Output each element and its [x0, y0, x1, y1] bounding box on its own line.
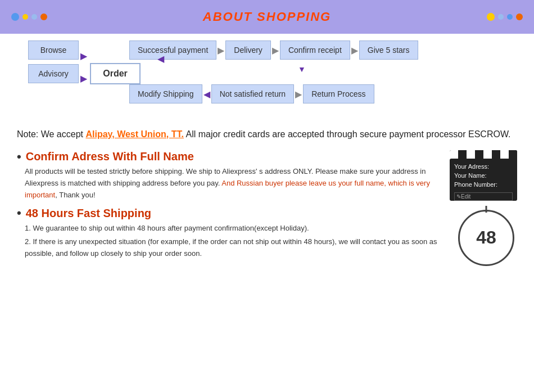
dot-8 — [516, 13, 523, 20]
header-dots-left — [11, 13, 47, 21]
note-payment-methods: Alipay, West Union, TT. — [85, 129, 184, 139]
clock-number: 48 — [476, 227, 496, 248]
flow-box-return: Return Process — [303, 84, 374, 103]
arrow-order-up: ◀ — [157, 53, 164, 64]
section2-point2: 2. If there is any unexpected situation … — [25, 236, 444, 260]
flow-box-browse: Browse — [28, 40, 79, 60]
flow-box-payment: Successful payment — [129, 40, 216, 60]
clapper-body: Your Adress: Your Name: Phone Number: ✎E… — [450, 159, 517, 201]
clapper-line-3: Phone Number: — [454, 181, 513, 188]
flow-box-stars: Give 5 stars — [359, 40, 418, 60]
clock-circle: 48 — [458, 210, 514, 266]
section2-text: • 48 Hours Fast Shipping 1. We guarantee… — [17, 207, 444, 260]
dot-6 — [498, 14, 504, 20]
flow-box-confirm: Confirm receipt — [280, 40, 350, 60]
section1-text: • Confirm Adress With Full Name All prod… — [17, 150, 438, 201]
arrow-browse-order: ▶ — [80, 51, 87, 61]
clock-tick — [486, 206, 487, 213]
dot-1 — [11, 13, 19, 21]
clapper-line-1: Your Adress: — [454, 163, 513, 170]
clapper-edit[interactable]: ✎Edit — [454, 192, 513, 201]
header-dots-right — [487, 13, 523, 21]
arrow-3: ▶ — [351, 45, 358, 56]
note-prefix: Note: We accept — [17, 129, 85, 139]
arrow-5: ▶ — [295, 89, 302, 100]
clapper-line-2: Your Name: — [454, 172, 513, 179]
section1-body: All products will be tested strictly bef… — [17, 166, 438, 201]
note-section: Note: We accept Alipay, West Union, TT. … — [0, 121, 534, 147]
dot-5 — [487, 13, 495, 21]
flow-box-notsatisfied: Not satisfied return — [211, 84, 295, 103]
content-area: • Confirm Adress With Full Name All prod… — [0, 147, 534, 271]
bullet-dot-2: • — [17, 207, 21, 219]
page-title: ABOUT SHOPPING — [203, 10, 331, 24]
section-confirm-address: • Confirm Adress With Full Name All prod… — [17, 150, 517, 201]
section-48-hours: • 48 Hours Fast Shipping 1. We guarantee… — [17, 207, 517, 269]
note-suffix: All major credit cards are accepted thro… — [184, 129, 511, 139]
bottom-flow-row: Modify Shipping ◀ Not satisfied return ▶… — [129, 84, 374, 103]
bullet-dot-1: • — [17, 151, 21, 163]
order-box-wrapper: Order — [90, 63, 141, 84]
left-col: Browse Advisory — [28, 40, 79, 83]
page-header: ABOUT SHOPPING — [0, 0, 534, 34]
top-flow-row: Successful payment ▶ Delivery ▶ Confirm … — [129, 40, 418, 60]
section1-title: • Confirm Adress With Full Name — [17, 150, 438, 163]
flow-diagram: Successful payment ▶ Delivery ▶ Confirm … — [0, 34, 534, 121]
arrow-advisory-order: ▶ — [80, 73, 87, 84]
flow-box-modify: Modify Shipping — [129, 84, 202, 103]
dot-2 — [22, 14, 28, 20]
flow-box-order: Order — [90, 63, 141, 84]
dot-3 — [31, 14, 37, 20]
section2-title: • 48 Hours Fast Shipping — [17, 207, 444, 220]
arrow-1: ▶ — [218, 45, 224, 56]
flow-box-advisory: Advisory — [28, 64, 79, 83]
clapperboard-image: Your Adress: Your Name: Phone Number: ✎E… — [450, 150, 517, 201]
arrow-2: ▶ — [272, 45, 279, 56]
flow-box-delivery: Delivery — [225, 40, 271, 60]
dot-7 — [507, 14, 513, 20]
section2-body: 1. We guarantee to ship out within 48 ho… — [17, 223, 444, 260]
clock-48-image: 48 — [455, 207, 517, 269]
arrow-delivery-down: ▼ — [298, 65, 306, 74]
section2-point1: 1. We guarantee to ship out within 48 ho… — [25, 223, 444, 235]
dot-4 — [40, 13, 47, 20]
arrow-4: ◀ — [203, 89, 210, 100]
